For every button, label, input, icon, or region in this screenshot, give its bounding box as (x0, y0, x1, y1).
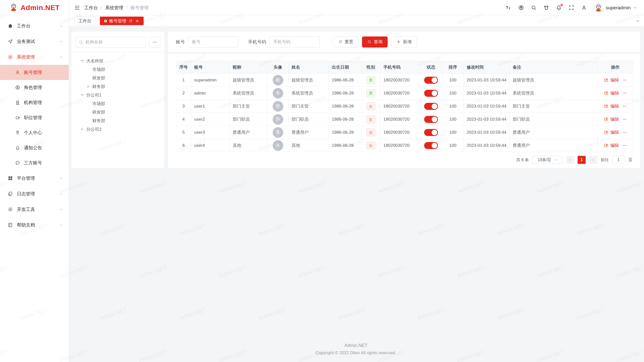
cell-modified-time: 2023-01-03 10:59:44 (464, 113, 510, 126)
caret-collapsed-icon[interactable] (82, 128, 83, 131)
breadcrumb-item[interactable]: 工作台 (84, 5, 98, 11)
goto-page-input[interactable] (612, 156, 625, 164)
sidebar-item-帮助文档[interactable]: 帮助文档 (0, 217, 69, 233)
gender-badge: 女 (366, 115, 375, 123)
tree-node-市场部[interactable]: 市场部 (75, 99, 160, 108)
add-button[interactable]: 新增 (391, 36, 417, 48)
sidebar-subitem-label: 三方账号 (24, 160, 42, 166)
caret-slot (80, 128, 84, 131)
sidebar-subitem-职位管理[interactable]: 职位管理 (0, 110, 69, 125)
menu-fold-icon[interactable] (74, 5, 80, 11)
active-tab-dot-icon (104, 20, 107, 22)
status-toggle[interactable] (424, 142, 438, 149)
account-input[interactable] (188, 36, 238, 48)
sidebar-item-平台管理[interactable]: 平台管理 (0, 170, 69, 186)
status-toggle[interactable] (424, 103, 438, 110)
tabs-options-icon[interactable] (635, 19, 640, 23)
tree-node-市场部[interactable]: 市场部 (75, 65, 160, 74)
sidebar-item-开发工具[interactable]: 开发工具 (0, 202, 69, 217)
cell-nickname: 普通用户 (230, 126, 267, 139)
status-toggle[interactable] (424, 129, 438, 136)
tree-node-财务部[interactable]: 财务部 (75, 116, 160, 125)
edit-icon[interactable] (604, 78, 608, 82)
tab-工作台[interactable]: 工作台 (74, 17, 96, 25)
org-more-button[interactable] (149, 37, 160, 48)
tree-node-分公司1[interactable]: 分公司1 (75, 91, 160, 99)
sidebar-item-label: 系统管理 (17, 54, 35, 60)
search-icon[interactable] (531, 5, 537, 11)
close-icon[interactable] (135, 19, 139, 23)
edit-link[interactable]: 编辑 (611, 116, 619, 122)
edit-link[interactable]: 编辑 (611, 103, 619, 109)
sidebar-subitem-通知公告[interactable]: 通知公告 (0, 140, 69, 155)
sidebar-subitem-机构管理[interactable]: 机构管理 (0, 95, 69, 110)
cell-birthdate: 1986-06-28 (329, 87, 361, 100)
notification-icon[interactable] (556, 5, 562, 11)
status-toggle[interactable] (424, 77, 438, 84)
edit-icon[interactable] (604, 117, 608, 121)
cell-modified-time: 2023-01-03 10:59:44 (464, 100, 510, 113)
more-actions-icon[interactable] (623, 91, 627, 95)
caret-expanded-icon[interactable] (81, 60, 84, 62)
sidebar-subitem-角色管理[interactable]: 角色管理 (0, 80, 69, 95)
edit-link[interactable]: 编辑 (611, 129, 619, 135)
status-toggle[interactable] (424, 116, 438, 123)
tree-node-大名科技[interactable]: 大名科技 (75, 57, 160, 65)
sidebar-item-工作台[interactable]: 工作台 (0, 18, 69, 34)
more-actions-icon[interactable] (623, 143, 627, 148)
tree-node-分公司2[interactable]: 分公司2 (75, 125, 160, 133)
sidebar-item-系统管理[interactable]: 系统管理 (0, 49, 69, 65)
sidebar-item-日志管理[interactable]: 日志管理 (0, 186, 69, 202)
edit-icon[interactable] (604, 104, 608, 108)
user-icon (15, 70, 20, 75)
status-toggle[interactable] (424, 90, 438, 97)
next-page-button[interactable] (589, 156, 597, 164)
query-button[interactable]: 查询 (362, 36, 388, 48)
page-size-select[interactable]: 10条/页 (532, 156, 562, 164)
cell-gender: 女 (361, 100, 380, 113)
user-menu[interactable]: superadmin (594, 3, 637, 13)
prev-page-button[interactable] (566, 156, 574, 164)
cell-remark: 普通用户 (510, 139, 598, 152)
page-1-button[interactable]: 1 (578, 156, 586, 164)
org-search-input[interactable] (86, 40, 142, 45)
reset-button[interactable]: 重置 (333, 36, 358, 48)
chevron-down-icon (59, 223, 63, 227)
edit-icon[interactable] (604, 91, 608, 95)
more-actions-icon[interactable] (623, 104, 627, 108)
phone-input[interactable] (269, 36, 320, 48)
edit-link[interactable]: 编辑 (611, 77, 619, 83)
tree-node-研发部[interactable]: 研发部 (75, 108, 160, 116)
sidebar-subitem-账号管理[interactable]: 账号管理 (0, 65, 69, 80)
caret-collapsed-icon[interactable] (88, 85, 89, 88)
app-logo[interactable]: Admin.NET (0, 0, 69, 16)
language-icon[interactable] (518, 5, 524, 11)
cell-index: 2 (176, 87, 191, 100)
cell-actions: 编辑 (598, 74, 633, 87)
fullscreen-icon[interactable] (569, 5, 574, 11)
org-tree-panel: 大名科技市场部研发部财务部分公司1市场部研发部财务部分公司2 (71, 32, 164, 168)
font-size-icon[interactable]: TT (506, 5, 511, 11)
sidebar-subitem-三方账号[interactable]: 三方账号 (0, 155, 69, 170)
plus-icon (396, 40, 401, 44)
profile-icon[interactable] (581, 5, 587, 11)
more-actions-icon[interactable] (623, 78, 627, 82)
edit-icon[interactable] (604, 143, 608, 148)
refresh-icon[interactable] (129, 19, 133, 23)
tree-node-研发部[interactable]: 研发部 (75, 74, 160, 82)
more-actions-icon[interactable] (623, 117, 627, 121)
cell-name: 部门主管 (289, 100, 329, 113)
edit-icon[interactable] (604, 130, 608, 134)
sidebar-item-业务测试[interactable]: 业务测试 (0, 34, 69, 49)
more-actions-icon[interactable] (623, 130, 627, 134)
chevron-down-icon (59, 192, 63, 196)
sidebar-subitem-个人中心[interactable]: 个人中心 (0, 125, 69, 140)
chevron-down-icon (59, 176, 63, 180)
caret-expanded-icon[interactable] (81, 94, 84, 96)
tree-node-财务部[interactable]: 财务部 (75, 82, 160, 91)
edit-link[interactable]: 编辑 (611, 143, 619, 148)
breadcrumb-item[interactable]: 系统管理 (105, 5, 123, 11)
tab-账号管理[interactable]: 账号管理 (100, 17, 144, 25)
edit-link[interactable]: 编辑 (611, 90, 619, 96)
theme-icon[interactable] (543, 5, 549, 11)
